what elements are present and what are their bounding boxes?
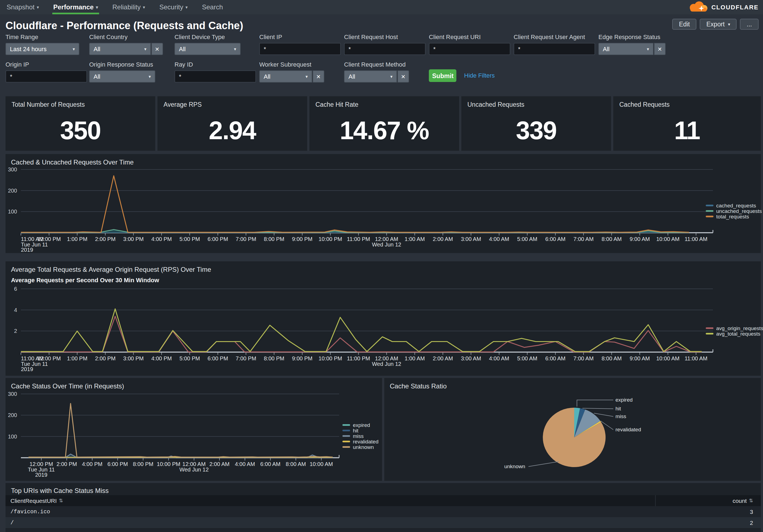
table-row[interactable]: / 2 [6,517,761,528]
table-title: Top URIs with Cache Status Miss [11,487,109,494]
worker-subrequest-select[interactable]: All ▾ [259,70,312,83]
more-options-button[interactable]: ... [740,19,759,30]
sort-icon: ⇅ [749,498,753,503]
table-row[interactable]: /favicon.ico 3 [6,506,761,517]
legend-uncached-requests[interactable]: uncached_requests [706,208,762,214]
kpi-total-requests: Total Number of Requests 350 [6,96,155,151]
legend-cached-requests[interactable]: cached_requests [706,203,762,208]
cache-status-time-chart[interactable]: 10020030012:00 PMTue Jun 1120192:00 PM4:… [6,378,382,481]
filter-label: Client Device Type [174,34,241,40]
nav-reliability[interactable]: Reliability ▾ [112,0,145,14]
column-header-uri[interactable]: ClientRequestURI ⇅ [6,497,655,504]
legend-hit[interactable]: hit [342,427,379,433]
select-value: Last 24 hours [10,46,47,52]
rps-over-time-chart[interactable]: 24611:00 AMTue Jun 11201912:00 PM1:00 PM… [6,261,761,376]
nav-search[interactable]: Search [202,0,223,14]
legend-revalidated[interactable]: revalidated [342,438,379,444]
nav-label: Search [202,3,223,11]
filter-time-range: Time Range Last 24 hours ▾ [6,34,79,55]
submit-button[interactable]: Submit [429,69,456,82]
svg-text:11:00 PM: 11:00 PM [347,236,370,242]
cache-status-ratio-panel: Cache Status Ratio expiredhitmissrevalid… [384,378,761,481]
clear-filter-icon[interactable]: ✕ [654,43,666,55]
chevron-down-icon: ▾ [305,74,308,79]
svg-text:6:00 PM: 6:00 PM [107,461,128,467]
nav-performance[interactable]: Performance ▾ [53,0,98,14]
hide-filters-link[interactable]: Hide Filters [464,72,494,79]
svg-text:8:00 PM: 8:00 PM [264,236,284,242]
legend-avg-origin-requests[interactable]: avg_origin_requests [706,325,763,331]
legend-avg-total-requests[interactable]: avg_total_requests [706,331,763,336]
svg-text:7:00 AM: 7:00 AM [573,236,594,242]
kpi-label: Uncached Requests [467,101,524,108]
clear-filter-icon[interactable]: ✕ [313,70,324,83]
svg-text:12:00 PM: 12:00 PM [30,461,53,467]
svg-text:12:00 AM: 12:00 AM [375,355,398,361]
edit-button[interactable]: Edit [672,19,697,30]
nav-label: Snapshot [7,3,35,11]
requests-over-time-chart[interactable]: 10020030011:00 AMTue Jun 11201912:00 PM1… [6,154,761,253]
svg-text:9:00 PM: 9:00 PM [292,236,312,242]
cache-status-ratio-pie-chart[interactable]: expiredhitmissrevalidatedunknown [384,378,761,481]
svg-text:2:00 AM: 2:00 AM [209,461,230,467]
svg-text:12:00 AM: 12:00 AM [182,461,206,467]
filter-label: Client Request URI [429,34,510,40]
filter-client-device-type: Client Device Type All ▾ [174,34,241,55]
filter-label: Origin Response Status [89,61,155,68]
nav-security[interactable]: Security ▾ [160,0,188,14]
svg-text:4:00 PM: 4:00 PM [82,461,102,467]
filter-label: Client Request User Agent [514,34,595,40]
edge-response-status-select[interactable]: All ▾ [599,43,653,55]
chevron-down-icon: ▾ [96,5,98,10]
svg-text:10:00 AM: 10:00 AM [656,236,680,242]
kpi-label: Cache Hit Rate [315,101,358,108]
legend-miss[interactable]: miss [342,433,379,438]
select-value: All [264,73,270,80]
ray-id-input[interactable] [174,70,256,83]
filter-client-request-user-agent: Client Request User Agent [514,34,595,55]
count-cell: 3 [750,508,761,515]
client-country-select[interactable]: All ▾ [89,43,151,55]
column-header-count[interactable]: count ⇅ [655,495,761,506]
svg-text:100: 100 [8,209,17,215]
client-request-user-agent-input[interactable] [514,43,595,55]
svg-text:6:00 AM: 6:00 AM [261,461,280,467]
svg-text:8:00 AM: 8:00 AM [601,355,621,361]
client-ip-input[interactable] [259,43,341,55]
svg-text:2: 2 [14,328,17,334]
legend-total-requests[interactable]: total_requests [706,214,762,219]
svg-text:miss: miss [615,413,626,419]
legend-unknown[interactable]: unknown [342,444,379,449]
origin-response-status-select[interactable]: All ▾ [89,70,155,83]
chevron-down-icon: ▾ [149,74,151,79]
svg-text:expired: expired [615,397,632,403]
kpi-value: 350 [6,113,155,147]
legend-expired[interactable]: expired [342,422,379,427]
client-request-method-select[interactable]: All ▾ [344,70,397,83]
nav-snapshot[interactable]: Snapshot ▾ [7,0,39,14]
kpi-label: Cached Requests [619,101,670,108]
filter-label: Origin IP [6,61,87,68]
origin-ip-input[interactable] [6,70,87,83]
filter-worker-subrequest: Worker Subrequest All ▾ ✕ [259,61,324,83]
legend-swatch [342,446,350,448]
filter-client-request-method: Client Request Method All ▾ ✕ [344,61,409,83]
client-request-host-input[interactable] [344,43,426,55]
client-device-type-select[interactable]: All ▾ [174,43,241,55]
svg-text:4: 4 [14,307,17,313]
filter-label: Client IP [259,34,341,40]
svg-text:5:00 AM: 5:00 AM [517,236,537,242]
client-request-uri-input[interactable] [429,43,510,55]
svg-text:6:00 PM: 6:00 PM [208,236,228,242]
table-row-partial [6,529,761,532]
svg-text:10:00 PM: 10:00 PM [318,236,342,242]
table-header: ClientRequestURI ⇅ count ⇅ [6,495,761,506]
time-range-select[interactable]: Last 24 hours ▾ [6,43,79,55]
clear-filter-icon[interactable]: ✕ [397,70,409,83]
clear-filter-icon[interactable]: ✕ [152,43,163,55]
svg-text:200: 200 [8,188,17,194]
svg-text:2019: 2019 [35,472,48,478]
export-button[interactable]: Export ▾ [700,19,737,30]
svg-text:6:00 AM: 6:00 AM [545,236,565,242]
legend-swatch [342,435,350,437]
